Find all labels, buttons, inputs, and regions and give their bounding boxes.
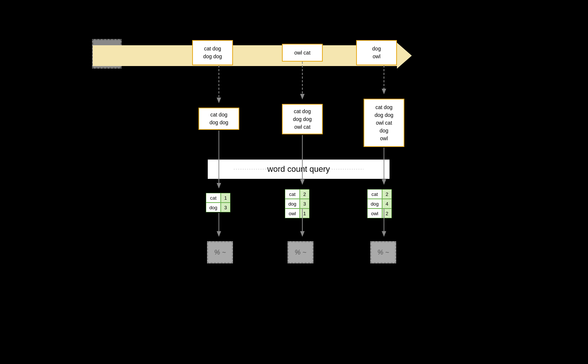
svg-marker-9 (300, 179, 305, 185)
count-row: cat 1 (206, 193, 230, 203)
count-value: 2 (300, 189, 309, 199)
count-label: dog (285, 199, 300, 209)
count-row: dog 3 (206, 203, 230, 212)
count-value: 2 (382, 189, 392, 199)
diagram-container: >_ cat dog dog dog owl cat dog owl word … (0, 0, 588, 364)
count-value: 3 (300, 199, 309, 209)
count-table-3: cat 2 dog 4 owl 2 (367, 189, 392, 218)
count-row: cat 2 (367, 189, 392, 199)
svg-marker-5 (382, 89, 386, 94)
svg-marker-11 (382, 179, 386, 185)
svg-marker-3 (300, 94, 305, 99)
count-label: cat (285, 189, 300, 199)
count-value: 2 (382, 209, 392, 218)
stream-box-3: dog owl (356, 40, 397, 65)
svg-marker-1 (217, 98, 221, 103)
snapshot-box-1: cat dog dog dog (198, 108, 239, 130)
stream-box-2: owl cat (282, 44, 323, 62)
count-label: owl (285, 209, 300, 218)
count-label: cat (206, 193, 221, 203)
svg-marker-13 (217, 231, 221, 237)
count-value: 3 (221, 203, 230, 212)
count-label: dog (367, 199, 382, 209)
svg-marker-17 (382, 231, 386, 237)
db-icon-3: % ~ (370, 241, 396, 263)
svg-marker-7 (217, 183, 221, 188)
count-value: 4 (382, 199, 392, 209)
count-row: dog 4 (367, 199, 392, 209)
svg-marker-15 (300, 231, 305, 237)
count-table-1: cat 1 dog 3 (206, 193, 230, 212)
count-row: owl 1 (285, 209, 309, 218)
query-banner: word count query (208, 160, 390, 179)
db-icon-2: % ~ (288, 241, 313, 263)
db-icon-1: % ~ (207, 241, 233, 263)
snapshot-box-3: cat dog dog dog owl cat dog owl (364, 99, 404, 147)
count-value: 1 (300, 209, 309, 218)
count-value: 1 (221, 193, 230, 203)
snapshot-box-2: cat dog dog dog owl cat (282, 104, 323, 134)
count-row: owl 2 (367, 209, 392, 218)
stream-box-1: cat dog dog dog (192, 40, 233, 65)
count-row: cat 2 (285, 189, 309, 199)
count-label: owl (367, 209, 382, 218)
count-label: cat (367, 189, 382, 199)
count-label: dog (206, 203, 221, 212)
count-table-2: cat 2 dog 3 owl 1 (285, 189, 309, 218)
count-row: dog 3 (285, 199, 309, 209)
